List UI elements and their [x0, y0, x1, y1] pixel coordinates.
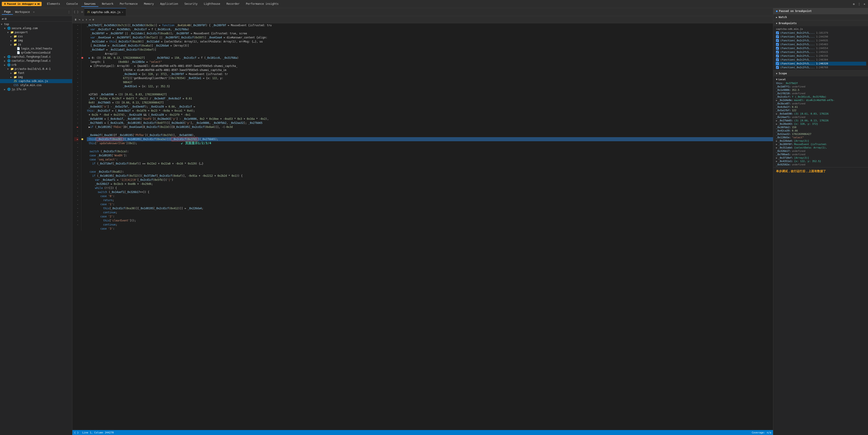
tree-label-captcha1: captcha1.fengkongcloud.c [11, 55, 51, 58]
step-into-icon[interactable]: ↓ [82, 18, 84, 21]
collapse-icon[interactable]: ⊟ [4, 17, 6, 21]
bp-checkbox-4[interactable] [776, 47, 779, 50]
bp-checkbox-2[interactable] [776, 39, 779, 42]
scope-expand-4351e1[interactable]: ▶ [776, 160, 777, 163]
scope-val-30fbb2: 150 [792, 126, 796, 129]
bp-checkbox-7[interactable] [776, 58, 779, 61]
scope-expand-3710ef[interactable]: ▶ [776, 157, 777, 159]
tree-label-passport: passport [15, 31, 28, 34]
scope-local-text: Local [778, 78, 786, 81]
resume-icon[interactable]: ▶ [35, 2, 36, 5]
tab-sources[interactable]: Sources [82, 1, 98, 7]
filetree-kebab-icon[interactable]: ⋮ [68, 10, 70, 13]
source-tab-captcha-sdk[interactable]: JS captcha-sdk.min.js ✕ [84, 8, 126, 16]
page-tab[interactable]: Page [2, 9, 13, 15]
tree-item-js[interactable]: ▶ 📁 js [0, 42, 72, 46]
tab-recorder[interactable]: Recorder [224, 1, 242, 7]
tab-network[interactable]: Network [99, 1, 116, 7]
tree-item-font[interactable]: ▶ 📁 font [0, 71, 72, 75]
breakpoints-arrow-icon: ▼ [776, 22, 777, 25]
bp-checkbox-1[interactable] [776, 35, 779, 38]
tree-item-captcha-sdk[interactable]: JS captcha-sdk.min.js [0, 79, 72, 83]
source-tab-close-icon[interactable]: ✕ [122, 11, 123, 13]
line-numbers: - - - - - - - - - - - - - - - - - [72, 23, 82, 231]
step-out-icon[interactable]: ↑ [86, 18, 87, 21]
tree-item-img2[interactable]: ▶ 📁 img [0, 75, 72, 79]
tree-item-top[interactable]: ▼ top [0, 22, 72, 26]
bp-checkbox-5[interactable] [776, 51, 779, 54]
bp-label-2[interactable]: (function(_0x2c2fc5,... [780, 39, 815, 42]
bp-checkbox-8[interactable] [776, 62, 779, 65]
pause-breakpoints-icon[interactable]: ⏸ [74, 18, 77, 21]
scope-local-label[interactable]: ▼ Local [775, 77, 866, 81]
tree-item-qrcode[interactable]: 📄 qrCode?sessionGuid [0, 51, 72, 55]
tab-console[interactable]: Console [64, 1, 81, 7]
tree-arrow-img1: ▶ [10, 39, 13, 42]
bp-line-2: 1:244935 [816, 39, 828, 42]
bp-checkbox-0[interactable] [776, 31, 779, 34]
tree-item-captcha1[interactable]: ▶ 🌐 captcha1.fengkongcloud.c [0, 55, 72, 59]
tab-lighthouse[interactable]: Lighthouse [201, 1, 223, 7]
bp-label-0[interactable]: (function(_0x2c2fc5,... [780, 31, 815, 34]
step-icon[interactable]: ⏭ [37, 2, 40, 5]
scope-key-2d4e0e: _0x2d4e0e: [778, 99, 793, 102]
folder-icon-passport: 📁 [10, 31, 14, 34]
sync-icon[interactable]: ⇄ [2, 17, 4, 21]
tree-item-jy17u[interactable]: ▶ 🌐 jy.17u.cn [0, 87, 72, 91]
bp-label-4[interactable]: (function(_0x2c2fc5,... [780, 47, 815, 50]
tab-security[interactable]: Security [182, 1, 200, 7]
bp-checkbox-9[interactable] [776, 66, 779, 69]
code-line: if (_0x3710ef[_0x2cd1cf(0x6af)] == 0x22e… [87, 162, 773, 166]
bp-label-3[interactable]: (function(_0x2c2fc5,... [780, 43, 815, 46]
more-icon[interactable]: ⋮ [857, 2, 862, 6]
scope-val-326b17: undefined [792, 149, 805, 153]
bp-label-7[interactable]: (function(_0x2c2fc5,... [780, 58, 815, 61]
tree-item-style[interactable]: CSS style.min.css [0, 83, 72, 87]
scope-val-1e9886: 352.5 [792, 89, 799, 92]
bp-label-9[interactable]: (function(_0x2c2fc5,... [780, 66, 815, 69]
tree-item-autobuild[interactable]: ▼ 📁 pr/auto-build/v1.0.4-1 [0, 67, 72, 71]
scope-expand-289f0f[interactable]: ▶ [776, 143, 777, 145]
scope-expand-27bb65[interactable]: ▶ [776, 119, 777, 122]
workspace-tab[interactable]: Workspace [13, 9, 32, 14]
step-icon2[interactable]: → [89, 18, 91, 21]
scope-expand-28ed43[interactable]: ▶ [776, 123, 777, 125]
bp-label-5[interactable]: (function(_0x2c2fc5,... [780, 51, 815, 54]
tab-application[interactable]: Application [157, 1, 181, 7]
tree-item-secure[interactable]: ▼ 🌐 secure.elong.com [0, 26, 72, 30]
tree-item-login[interactable]: 📄 login_cn.html?nextu [0, 46, 72, 51]
scope-expand-5ab598[interactable]: ▶ [776, 112, 777, 115]
watch-header[interactable]: ▶ Watch [773, 14, 868, 20]
code-line: _0x44e2f(_0xa30)If _0x1d0195['Phfba'](_0… [87, 133, 773, 137]
breakpoints-header[interactable]: ▼ Breakpoints [773, 20, 868, 26]
scope-header[interactable]: ▼ Scope [773, 70, 868, 76]
tab-elements[interactable]: Elements [44, 1, 63, 7]
bp-checkbox-6[interactable] [776, 55, 779, 57]
scope-key-128b5e: _0x128b5e: [776, 136, 791, 139]
bp-label-6[interactable]: (function(_0x2c2fc5,... [780, 55, 815, 57]
tab-performance[interactable]: Performance [117, 1, 140, 7]
tree-item-css[interactable]: ▶ 📁 css [0, 34, 72, 38]
devtools-topbar: ⏸ Paused in debugger ▶ ⏭ Elements Consol… [0, 0, 868, 8]
tree-item-castatic[interactable]: ▶ 🌐 castatic.fengkongcloud.c [0, 59, 72, 63]
bp-label-8[interactable]: (function(_0x2c2fc5,... [780, 62, 815, 65]
step-over-icon[interactable]: ↷ [79, 18, 80, 21]
scope-expand-311abd[interactable]: ▶ [776, 146, 777, 149]
deactivate-breakpoints-icon[interactable]: ⊘ [92, 18, 94, 21]
more-tabs-icon[interactable]: » [33, 10, 35, 13]
tree-label-style: style.min.css [20, 83, 41, 87]
settings-icon[interactable]: ⚙ [852, 2, 856, 6]
source-format-icon[interactable]: { } [72, 10, 80, 13]
bp-item-3: (function(_0x2c2fc5,... 1:245403 [775, 42, 866, 46]
tab-performance-insights[interactable]: Performance insights [243, 1, 281, 7]
tree-item-passport[interactable]: ▼ 📁 passport [0, 30, 72, 34]
bp-checkbox-3[interactable] [776, 43, 779, 46]
close-icon[interactable]: ✕ [863, 2, 866, 6]
source-split-icon[interactable]: ⊟ [80, 10, 84, 13]
scope-expand-2d4e0e[interactable]: ▶ [776, 99, 777, 101]
tree-item-crb[interactable]: ▶ 🌐 crb [0, 63, 72, 67]
tree-item-img1[interactable]: ▶ 📁 img [0, 38, 72, 42]
bp-label-1[interactable]: (function(_0x2c2fc5,... [780, 35, 815, 38]
tab-memory[interactable]: Memory [141, 1, 156, 7]
scope-expand-226da4[interactable]: ▶ [776, 140, 777, 142]
